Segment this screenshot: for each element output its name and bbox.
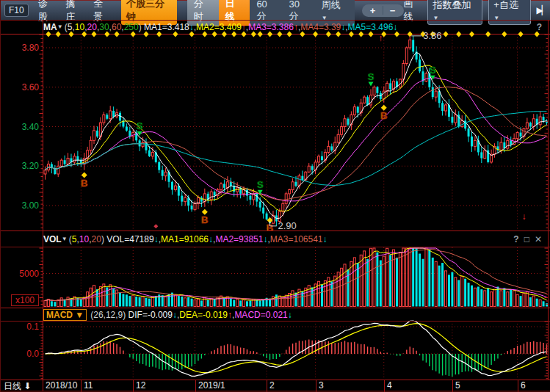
month-separator — [384, 380, 385, 392]
svg-text:B: B — [380, 110, 387, 121]
svg-text:↓: ↓ — [521, 211, 526, 222]
indicator-value: MA4=3.39 — [300, 22, 341, 32]
month-label: 5 — [455, 380, 460, 391]
indicator-value: MA2=3.409 — [196, 22, 242, 32]
trend-arrow: ↓ — [288, 310, 292, 320]
month-label: 6 — [521, 380, 526, 391]
help-icon[interactable]: ? — [537, 22, 542, 32]
period-axis-selector[interactable]: 日线 ⬇ — [4, 380, 31, 392]
month-separator — [133, 380, 134, 392]
zoom-in-button[interactable]: + — [363, 5, 383, 16]
indicator-value: DIF=-0.009 — [129, 310, 173, 320]
param-value: 30 — [99, 22, 109, 32]
price-tick-label: 3.80 — [1, 43, 39, 53]
param-value: 250 — [124, 22, 139, 32]
zoom-controls: + − — [362, 4, 404, 17]
svg-text:B: B — [81, 178, 87, 189]
paren: ) — [101, 234, 106, 244]
macd-tick-label: 0.0 — [1, 349, 39, 359]
svg-text:↑: ↑ — [378, 33, 383, 43]
param-value: 60 — [112, 22, 121, 32]
month-separator — [267, 380, 267, 392]
maximize-icon[interactable]: □ — [524, 234, 529, 244]
month-label: 11 — [84, 380, 93, 391]
param-value: 10 — [79, 234, 89, 244]
indicator-value: MA1=3.418 — [144, 22, 189, 32]
param-value: 20 — [92, 234, 101, 244]
macd-dropdown[interactable]: MACD ▼ — [43, 309, 87, 321]
month-separator — [81, 380, 82, 392]
zoom-out-button[interactable]: − — [383, 5, 402, 16]
chevron-down-icon[interactable]: ▼ — [62, 236, 69, 242]
param-value: 5 — [72, 234, 77, 244]
volume-multiplier-label: x100 — [11, 294, 39, 306]
svg-text:S: S — [257, 179, 264, 190]
param-value: 10 — [75, 22, 84, 32]
vol-indicator-row: VOL▼ (5,10,20) VOL=47189 ↓ ,MA1=91066 ↓ … — [43, 232, 546, 246]
indicator-value: MA3=3.386 — [248, 22, 294, 32]
help-icon[interactable]: ? — [513, 234, 518, 244]
macd-tick-label: 0.1 — [1, 322, 39, 332]
stock-app-window: F10 诊股 擒庄 全景 个股三分钟 分时 日线 60分 30分 周线 ▼ + … — [0, 0, 550, 392]
ma-indicator-row: MA▼ (5,10,20,30,60,250) MA1=3.418 ↓ ,MA2… — [43, 21, 546, 33]
svg-text:S: S — [368, 71, 374, 82]
chevron-down-icon[interactable]: ▼ — [57, 23, 65, 30]
indicator-value: MACD=0.021 — [234, 310, 287, 320]
indicator-value: DEA=-0.019 — [179, 310, 228, 320]
indicator-params: (26,12,9) — [90, 310, 128, 320]
price-tick-label: 3.40 — [1, 122, 39, 132]
trend-arrow: ↓ — [323, 234, 328, 244]
paren: ) — [139, 22, 144, 32]
month-label: 2019/1 — [198, 380, 225, 391]
trend-arrow: ↓ — [393, 22, 397, 32]
volume-tick-label: 5000 — [1, 269, 39, 279]
month-label: 3 — [319, 380, 324, 391]
collapse-panel-icon[interactable]: ▶▏ — [537, 5, 547, 15]
month-separator — [518, 380, 518, 392]
price-tick-label: 3.00 — [1, 200, 39, 211]
indicator-dropdown[interactable]: MA — [43, 22, 57, 32]
param-value: 5 — [68, 22, 73, 32]
svg-text:B: B — [201, 214, 208, 225]
svg-text:S: S — [430, 65, 436, 76]
price-tick-label: 3.60 — [1, 82, 39, 92]
month-separator — [316, 380, 316, 392]
month-label: 12 — [136, 380, 145, 391]
indicator-value: MA2=93851 — [215, 234, 263, 244]
top-toolbar: F10 诊股 擒庄 全景 个股三分钟 分时 日线 60分 30分 周线 ▼ + … — [1, 0, 550, 20]
svg-text:2.90: 2.90 — [278, 220, 297, 231]
indicator-value: MA5=3.496 — [348, 22, 394, 32]
price-tick-label: 3.20 — [1, 161, 39, 171]
indicator-value: MA3=106541 — [270, 234, 323, 244]
close-icon[interactable]: ✕ — [535, 234, 542, 244]
month-label: 2 — [269, 380, 275, 391]
indicator-value: VOL=47189 — [106, 234, 153, 244]
param-value: 20 — [87, 22, 97, 32]
indicator-dropdown[interactable]: VOL — [43, 234, 62, 244]
main-candlestick-chart[interactable]: BSBSBSBS3.862.90↑↓ — [1, 20, 550, 231]
macd-indicator-row: MACD ▼(26,12,9) DIF=-0.009 ↓ ,DEA=-0.019… — [43, 309, 546, 321]
indicator-value: MA1=91066 — [161, 234, 209, 244]
svg-text:S: S — [137, 120, 143, 131]
date-axis: 日线 ⬇2018/1011122019/123456 — [1, 380, 550, 392]
month-separator — [195, 380, 196, 392]
month-label: 4 — [387, 380, 392, 391]
f10-button[interactable]: F10 — [4, 4, 29, 17]
month-separator — [452, 380, 453, 392]
month-label: 2018/10 — [46, 380, 77, 391]
